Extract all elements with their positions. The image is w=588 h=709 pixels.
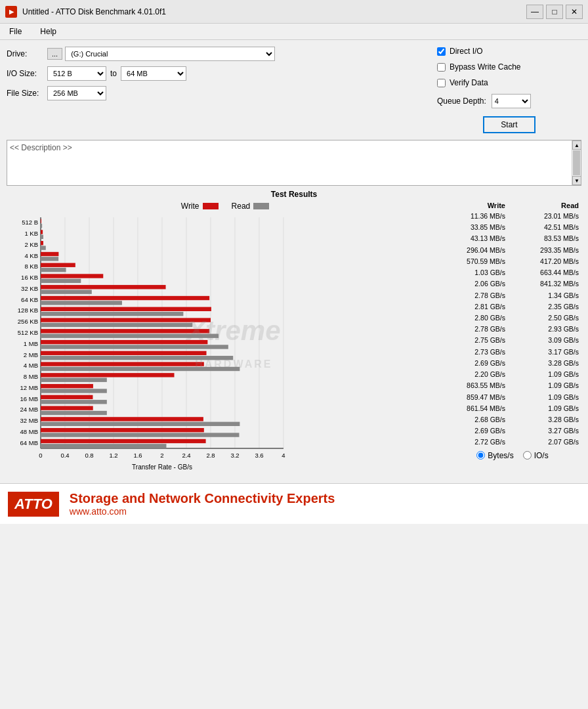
start-button[interactable]: Start xyxy=(483,116,536,133)
svg-rect-25 xyxy=(41,263,75,267)
svg-rect-20 xyxy=(41,246,46,249)
chart-wrapper: 512 B1 KB2 KB4 KB8 KB16 KB32 KB64 KB128 … xyxy=(7,215,444,473)
chart-container: Write Read 512 B1 KB2 KB4 KB8 KB16 KB32 … xyxy=(7,202,444,473)
svg-text:1 MB: 1 MB xyxy=(24,340,38,347)
svg-rect-44 xyxy=(41,334,219,338)
svg-rect-55 xyxy=(41,373,175,377)
svg-text:0.4: 0.4 xyxy=(60,452,69,459)
svg-text:3.6: 3.6 xyxy=(255,452,263,459)
scroll-up-arrow[interactable]: ▲ xyxy=(572,140,581,150)
table-row: 861.54 MB/s1.09 GB/s xyxy=(444,403,581,414)
table-row: 859.47 MB/s1.09 GB/s xyxy=(444,392,581,403)
svg-rect-28 xyxy=(41,274,103,278)
window-controls: — □ ✕ xyxy=(526,5,583,19)
svg-text:2 KB: 2 KB xyxy=(24,241,38,248)
results-table: Write Read 11.36 MB/s23.01 MB/s33.85 MB/… xyxy=(444,202,581,473)
svg-text:16 MB: 16 MB xyxy=(20,395,38,402)
io-size-row: I/O Size: 512 B to 64 MB xyxy=(7,66,430,81)
queue-depth-select[interactable]: 4 xyxy=(492,94,531,108)
table-row: 2.69 GB/s3.27 GB/s xyxy=(444,425,581,437)
write-legend-label: Write xyxy=(181,202,200,211)
table-row: 2.78 GB/s1.34 GB/s xyxy=(444,290,581,301)
maximize-button[interactable]: □ xyxy=(546,5,563,19)
svg-rect-47 xyxy=(41,345,228,349)
bytes-per-sec-label[interactable]: Bytes/s xyxy=(476,451,513,460)
legend-write: Write xyxy=(181,202,219,211)
svg-rect-35 xyxy=(41,301,122,305)
menu-file[interactable]: File xyxy=(5,25,26,38)
svg-rect-59 xyxy=(41,389,107,393)
bypass-write-cache-checkbox[interactable] xyxy=(437,63,446,72)
verify-data-label[interactable]: Verify Data xyxy=(450,78,488,87)
svg-text:0.8: 0.8 xyxy=(85,452,93,459)
bypass-write-cache-label[interactable]: Bypass Write Cache xyxy=(450,62,521,72)
footer-url: www.atto.com xyxy=(70,506,335,517)
scroll-thumb[interactable] xyxy=(573,150,580,175)
direct-io-checkbox[interactable] xyxy=(437,47,446,56)
svg-rect-50 xyxy=(41,356,233,360)
svg-rect-29 xyxy=(41,279,81,283)
menu-help[interactable]: Help xyxy=(36,25,60,38)
svg-text:24 MB: 24 MB xyxy=(20,406,38,413)
io-size-from-select[interactable]: 512 B xyxy=(47,66,106,81)
svg-rect-64 xyxy=(41,406,93,410)
results-header: Test Results xyxy=(7,190,581,199)
drive-select[interactable]: (G:) Crucial xyxy=(65,47,275,61)
write-color-swatch xyxy=(203,203,219,209)
svg-rect-26 xyxy=(41,268,66,272)
svg-text:3.2: 3.2 xyxy=(230,452,239,459)
description-text: << Description >> xyxy=(10,143,72,152)
description-scrollbar[interactable]: ▲ ▼ xyxy=(572,140,581,185)
close-button[interactable]: ✕ xyxy=(566,5,583,19)
svg-text:8 MB: 8 MB xyxy=(24,373,38,380)
results-rows: 11.36 MB/s23.01 MB/s33.85 MB/s42.51 MB/s… xyxy=(444,211,581,448)
bytes-per-sec-radio[interactable] xyxy=(476,451,485,460)
table-row: 570.59 MB/s417.20 MB/s xyxy=(444,256,581,267)
svg-text:4 MB: 4 MB xyxy=(24,362,38,369)
svg-text:64 MB: 64 MB xyxy=(20,439,38,446)
table-row: 2.81 GB/s2.35 GB/s xyxy=(444,301,581,312)
drive-browse-button[interactable]: ... xyxy=(47,48,62,60)
svg-rect-52 xyxy=(41,362,204,366)
svg-rect-71 xyxy=(41,433,239,437)
svg-rect-38 xyxy=(41,312,183,316)
scroll-down-arrow[interactable]: ▼ xyxy=(572,176,581,185)
svg-text:2 MB: 2 MB xyxy=(24,351,38,358)
svg-rect-46 xyxy=(41,340,207,344)
io-per-sec-label[interactable]: IO/s xyxy=(523,451,549,460)
results-section: Test Results Write Read xyxy=(7,190,581,473)
svg-text:Transfer Rate - GB/s: Transfer Rate - GB/s xyxy=(132,463,192,471)
svg-rect-61 xyxy=(41,395,93,399)
svg-text:1.2: 1.2 xyxy=(109,452,117,459)
direct-io-label[interactable]: Direct I/O xyxy=(450,47,483,56)
file-size-select[interactable]: 256 MB xyxy=(47,86,106,100)
description-box: << Description >> ▲ ▼ xyxy=(7,140,581,186)
results-table-header: Write Read xyxy=(444,202,581,209)
io-size-label: I/O Size: xyxy=(7,69,47,78)
svg-rect-58 xyxy=(41,384,93,388)
read-col-header: Read xyxy=(520,202,579,209)
svg-rect-62 xyxy=(41,400,107,404)
read-color-swatch xyxy=(253,203,269,209)
window-title: Untitled - ATTO Disk Benchmark 4.01.0f1 xyxy=(22,7,526,16)
svg-text:32 MB: 32 MB xyxy=(20,417,38,424)
direct-io-row: Direct I/O xyxy=(437,47,581,56)
config-right: Direct I/O Bypass Write Cache Verify Dat… xyxy=(437,47,581,133)
svg-text:2: 2 xyxy=(160,452,163,459)
svg-text:64 KB: 64 KB xyxy=(21,296,38,303)
main-content: Drive: ... (G:) Crucial I/O Size: 512 B … xyxy=(0,40,588,479)
svg-rect-49 xyxy=(41,351,207,355)
io-per-sec-radio[interactable] xyxy=(523,451,532,460)
io-size-to-select[interactable]: 64 MB xyxy=(121,66,186,81)
svg-text:512 B: 512 B xyxy=(22,219,38,226)
minimize-button[interactable]: — xyxy=(526,5,543,19)
verify-data-checkbox[interactable] xyxy=(437,79,446,87)
bypass-write-cache-row: Bypass Write Cache xyxy=(437,62,581,72)
svg-text:2.4: 2.4 xyxy=(182,452,190,459)
table-row: 2.78 GB/s2.93 GB/s xyxy=(444,324,581,335)
read-legend-label: Read xyxy=(232,202,251,211)
svg-rect-56 xyxy=(41,378,107,382)
svg-rect-14 xyxy=(41,224,42,228)
chart-legend: Write Read xyxy=(7,202,444,211)
svg-text:48 MB: 48 MB xyxy=(20,428,38,435)
